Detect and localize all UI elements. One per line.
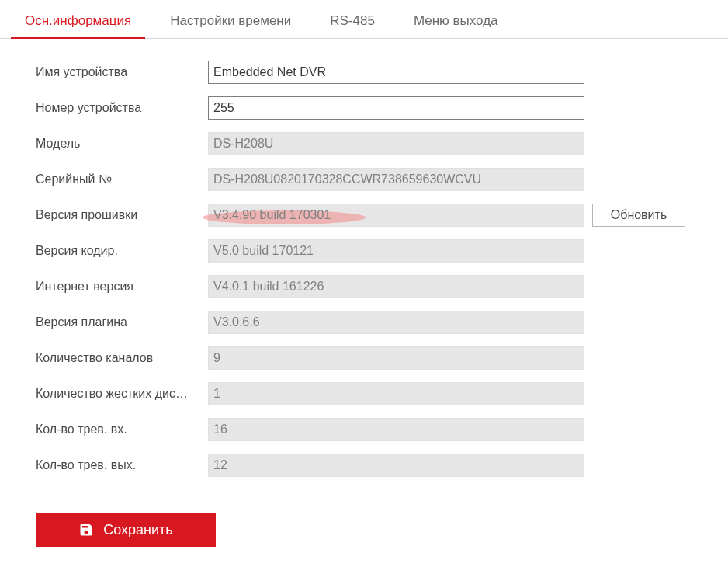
label-plugin: Версия плагина <box>36 315 208 329</box>
label-model: Модель <box>36 137 208 151</box>
model-value: DS-H208U <box>208 132 584 155</box>
serial-value: DS-H208U0820170328CCWR738659630WCVU <box>208 168 584 191</box>
label-alarm-in: Кол-во трев. вх. <box>36 423 208 437</box>
label-hdds: Количество жестких дис… <box>36 387 208 401</box>
label-serial: Серийный № <box>36 172 208 186</box>
save-button-label: Сохранить <box>103 522 172 538</box>
tab-time-settings[interactable]: Настройки времени <box>156 4 305 38</box>
save-icon <box>78 522 94 537</box>
label-firmware: Версия прошивки <box>36 208 208 222</box>
label-device-no: Номер устройства <box>36 101 208 115</box>
label-encoding: Версия кодир. <box>36 244 208 258</box>
form-area: Имя устройства Номер устройства Модель D… <box>0 39 728 555</box>
label-device-name: Имя устройства <box>36 65 208 79</box>
encoding-value: V5.0 build 170121 <box>208 239 584 263</box>
web-value: V4.0.1 build 161226 <box>208 275 584 298</box>
alarm-out-value: 12 <box>208 454 584 477</box>
tab-basic-info[interactable]: Осн.информация <box>11 4 145 38</box>
device-name-input[interactable] <box>208 61 584 84</box>
tab-rs485[interactable]: RS-485 <box>316 4 389 38</box>
tab-bar: Осн.информация Настройки времени RS-485 … <box>0 0 728 39</box>
label-web: Интернет версия <box>36 280 208 294</box>
update-button[interactable]: Обновить <box>592 204 685 227</box>
device-no-input[interactable] <box>208 96 584 120</box>
hdds-value: 1 <box>208 382 584 405</box>
label-channels: Количество каналов <box>36 351 208 365</box>
alarm-in-value: 16 <box>208 418 584 441</box>
firmware-value: V3.4.90 build 170301 <box>208 204 584 227</box>
save-button[interactable]: Сохранить <box>36 513 216 547</box>
channels-value: 9 <box>208 346 584 370</box>
tab-logout-menu[interactable]: Меню выхода <box>400 4 512 38</box>
plugin-value: V3.0.6.6 <box>208 311 584 334</box>
label-alarm-out: Кол-во трев. вых. <box>36 458 208 472</box>
